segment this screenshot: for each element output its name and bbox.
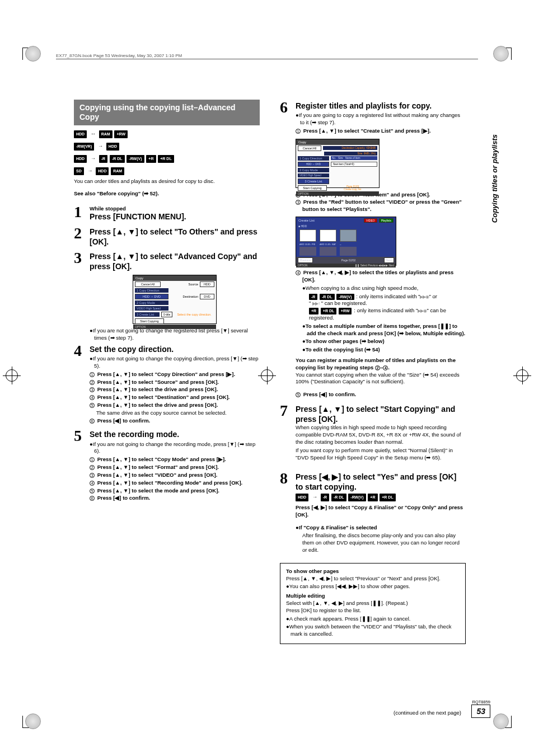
create-list-count: 0-title [161,312,172,317]
register-multiple-note: You can register a multiple number of ti… [296,357,466,386]
right-arrow-icon: → [312,492,317,501]
media-tag: SD [74,167,84,176]
option-label: OPTION [298,192,308,195]
col-no: No. [332,157,336,159]
tips-bullet: ●You can also press [◀◀, ▶▶] to show oth… [286,583,460,590]
video-tab: VIDEO [364,218,377,223]
col-name: Name of item [345,157,360,159]
corner-ornament-icon [493,46,509,62]
media-compat-line-4: SD → HDD RAM [74,166,260,176]
copy-mode-value: VIDEO High Speed [298,173,329,177]
substep: 5 Press [▲, ▼] to select the mode and pr… [90,487,260,495]
step-number: 6 [280,100,296,115]
destination-label: Destination [182,295,198,298]
option-label: OPTION [135,325,146,328]
media-tag: -RW(V) [127,155,144,163]
tips-body: Press [OK] to register to the list. [286,607,460,614]
copy-mode-row: 2 Copy Mode [135,300,168,305]
page-number: 53 [471,705,490,718]
step-number: 5 [74,428,90,444]
destination-value: DVD [200,294,214,299]
bidir-arrow-icon: ↔ [91,129,96,138]
cancel-all-button: Cancel All [135,281,161,287]
dialog-title: Copy [133,275,216,281]
step-2: 2 Press [▲, ▼] to select "To Others" and… [74,226,260,247]
footer-hint: ❚❚ Select Previous ◀◀ ▶▶ Next [309,264,394,267]
step-heading: Register titles and playlists for copy. [296,101,466,111]
media-tag: RAM [99,130,113,139]
thumbnail [340,229,357,242]
step-number: 7 [280,403,296,419]
step-7-body2: If you want copy to perform more quietly… [296,447,466,462]
step-7-body1: When copying titles in high speed mode t… [296,424,466,445]
content-columns: Copying using the copying list–Advanced … [74,100,466,644]
substep: 3 Press [▲, ▼] to select the drive and p… [90,386,260,393]
substep: 4 Press [▲, ▼] to select "Destination" a… [90,394,260,401]
create-list-row: 3 Create List [298,179,329,184]
playlists-tab: Playlists [379,218,394,223]
finalise-note-body: After finalising, the discs become play-… [296,532,466,553]
page-header: EX77_87GN.book Page 53 Wednesday, May 30… [56,53,478,59]
new-item-row: New item (Total=0) [331,162,377,167]
right-arrow-icon: → [91,154,96,163]
hs-media-line3: +R +R DL +RW : only items indicated with… [302,307,466,322]
thumb-label: ARD 10.05. PRI [299,243,316,246]
substep: 5 Press [▲, ▼] to select the drive and p… [90,402,260,409]
substep: 2 Press [▲, ▼] to select "Source" and pr… [90,379,260,386]
highspeed-icon: ▶▶◉ [420,294,429,300]
step-number: 2 [74,226,90,241]
step-3-note: ●If you are not going to change the regi… [90,327,260,342]
tips-body: Press [▲, ▼, ◀, ▶] to select "Previous" … [286,575,460,583]
edit-list-note: ●To edit the copying list (➡ 54) [302,346,466,354]
option-label: OPTION [298,264,307,267]
copy-direction-row: 1 Copy Direction [298,156,329,161]
hs-media-line2: " ▶▶↑ " can be registered. [302,300,466,307]
hs-media-line: -R -R DL -RW(V) : only items indicated w… [302,293,466,300]
source-label: Source [189,283,198,286]
step-heading: Set the copy direction. [90,344,260,354]
media-tag: HDD [96,167,109,176]
step-1: 1 While stopped Press [FUNCTION MENU]. [74,204,260,222]
continued-label: (continued on the next page) [394,710,461,716]
step-5: 5 Set the recording mode. ●If you are no… [74,428,260,503]
substep: 5 Press [◀] to confirm. [296,391,466,398]
right-column: 6 Register titles and playlists for copy… [280,100,466,644]
step-8: 8 Press [◀, ▶] to select "Yes" and press… [280,471,466,554]
dialog-title: Create List [298,219,315,222]
step-number: 3 [74,250,90,266]
thumbnail-empty [320,247,336,256]
ui-screenshot-create-list: Copy Cancel All Destination Capacity: 43… [296,139,380,188]
start-copying-button: Start Copying [298,185,327,191]
step-heading: Press [▲, ▼] to select "Advanced Copy" a… [90,251,260,271]
media-tag: +RW [114,130,128,139]
step-8-subhead: Press [◀, ▶] to select "Copy & Finalise"… [296,504,466,519]
hs-note: ●When copying to a disc using high speed… [302,285,466,292]
tips-heading: To show other pages [286,568,460,575]
step-7: 7 Press [▲, ▼] to select "Start Copying"… [280,403,466,467]
step-4: 4 Set the copy direction. ●If you are no… [74,343,260,425]
step-number: 1 [74,204,90,220]
step-precondition: While stopped [90,205,260,212]
media-compat-line-3: HDD → -R -R DL -RW(V) +R +R DL [74,153,260,163]
ui-screenshot-copy-dialog: Copy Cancel All Source HDD 1 Copy Direct… [133,275,217,324]
substep-note: The same drive as the copy source cannot… [90,410,260,417]
col-size: Size [338,157,343,159]
see-also: See also "Before copying" (➡ 52). [74,190,260,196]
tips-box: To show other pages Press [▲, ▼, ◀, ▶] t… [280,563,466,644]
step-heading: Press [FUNCTION MENU]. [90,212,260,222]
substep: 6 Press [◀] to confirm. [90,417,260,425]
media-tag: RAM [111,167,124,176]
step-heading: Press [▲, ▼] to select "To Others" and p… [90,227,260,247]
step-8-media: HDD → -R -R DL -RW(V) +R +R DL [296,492,466,502]
intro-text: You can order titles and playlists as de… [74,178,260,185]
tips-bullet: ●A check mark appears. Press [❚❚] again … [286,616,460,623]
media-tag: +R [146,155,156,163]
right-arrow-icon: → [98,142,103,151]
left-column: Copying using the copying list–Advanced … [74,100,260,644]
previous-button: Previous [298,257,313,263]
hint-text: Create copy list. [329,188,377,191]
other-pages-note: ●To show other pages (➡ below) [302,338,466,345]
tips-body: Select with [▲, ▼, ◀, ▶] and press [❚❚].… [286,600,460,607]
step-4-note: ●If you are not going to change the copy… [90,355,260,370]
ui-screenshot-thumbnail-list: Create List VIDEO Playlists ■ HDD ARD 10… [296,217,396,266]
